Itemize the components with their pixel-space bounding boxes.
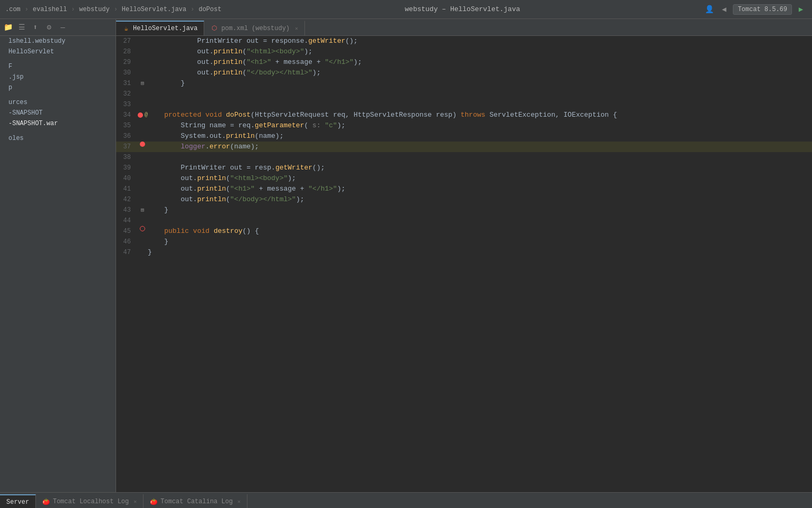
breadcrumb-helloservlet[interactable]: HelloServlet.java: [122, 6, 186, 13]
editor-tab-bar: 📁 ☰ ⬆ ⚙ — ☕ HelloServlet.java ⬡ pom.xml …: [0, 19, 812, 36]
line-num-40: 40: [116, 173, 137, 184]
code-46: }: [148, 237, 812, 247]
line-num-41: 41: [116, 184, 137, 194]
code-line-33: 33: [116, 99, 812, 110]
breadcrumb-com[interactable]: .com: [5, 6, 21, 13]
close-panel-icon[interactable]: —: [57, 22, 69, 33]
code-line-35: 35 String name = req.getParameter( s: "c…: [116, 120, 812, 131]
code-content: 27 PrintWriter out = response.getWriter(…: [116, 36, 812, 258]
code-line-34: 34 @ protected void doPost(HttpServletRe…: [116, 110, 812, 120]
tab-helloservlet-label: HelloServlet.java: [133, 25, 197, 32]
code-line-46: 46 }: [116, 237, 812, 247]
gutter-31: ⊞: [137, 78, 148, 89]
line-num-34: 34: [116, 110, 137, 120]
project-icon[interactable]: 📁: [2, 22, 14, 33]
code-line-37: 37 logger.error(name);: [116, 142, 812, 152]
code-line-30: 30 out.println("</body></html>");: [116, 68, 812, 78]
sidebar-item-urces[interactable]: urces: [0, 97, 116, 108]
line-num-42: 42: [116, 194, 137, 205]
code-line-29: 29 out.println("<h1>" + message + "</h1>…: [116, 57, 812, 68]
line-num-47: 47: [116, 247, 137, 258]
code-42: out.println("</body></html>");: [148, 194, 812, 205]
tab-helloservlet[interactable]: ☕ HelloServlet.java: [116, 21, 204, 35]
line-num-44: 44: [116, 215, 137, 226]
sidebar: lshell.webstudy HelloServlet F .jsp p ur…: [0, 36, 116, 492]
line-num-30: 30: [116, 68, 137, 78]
line-num-33: 33: [116, 99, 137, 110]
collapse-icon[interactable]: ☰: [16, 22, 27, 33]
code-line-28: 28 out.println("<html><body>");: [116, 46, 812, 57]
code-line-47: 47 }: [116, 247, 812, 258]
line-num-46: 46: [116, 237, 137, 247]
code-43: }: [148, 205, 812, 215]
sidebar-item-helloservlet[interactable]: HelloServlet: [0, 46, 116, 57]
gutter-45: [137, 226, 148, 231]
bottom-panel: Server 🍅 Tomcat Localhost Log ✕ 🍅 Tomcat…: [0, 492, 812, 508]
code-41: out.println("<h1>" + message + "</h1>");: [148, 184, 812, 194]
code-31: }: [148, 78, 812, 89]
code-35: String name = req.getParameter( s: "c");: [148, 120, 812, 131]
code-27: PrintWriter out = response.getWriter();: [148, 36, 812, 46]
sidebar-item-snapshot[interactable]: -SNAPSHOT: [0, 108, 116, 118]
code-37: logger.error(name);: [148, 142, 812, 152]
tab-server[interactable]: Server: [0, 494, 36, 508]
line-num-28: 28: [116, 46, 137, 57]
code-editor: 27 PrintWriter out = response.getWriter(…: [116, 36, 812, 492]
code-29: out.println("<h1>" + message + "</h1>");: [148, 57, 812, 68]
line-num-29: 29: [116, 57, 137, 68]
user-icon[interactable]: 👤: [703, 4, 715, 15]
code-line-27: 27 PrintWriter out = response.getWriter(…: [116, 36, 812, 46]
settings-icon[interactable]: ⚙: [43, 22, 55, 33]
tab-tomcat-catalina-close[interactable]: ✕: [237, 498, 241, 505]
code-line-41: 41 out.println("<h1>" + message + "</h1>…: [116, 184, 812, 194]
code-47: }: [148, 247, 812, 258]
code-line-38: 38: [116, 152, 812, 163]
gutter-37: [137, 142, 148, 147]
expand-icon[interactable]: ⬆: [30, 22, 41, 33]
line-num-27: 27: [116, 36, 137, 46]
tab-tomcat-localhost-label: Tomcat Localhost Log: [53, 498, 129, 505]
sidebar-item-oles[interactable]: oles: [0, 133, 116, 144]
code-line-44: 44: [116, 215, 812, 226]
breadcrumb-evalshell[interactable]: evalshell: [33, 6, 67, 13]
sidebar-item-package[interactable]: lshell.webstudy: [0, 36, 116, 46]
sidebar-item-jsp[interactable]: .jsp: [0, 72, 116, 82]
sidebar-item-snapshot-war[interactable]: -SNAPSHOT.war: [0, 118, 116, 129]
java-file-icon: ☕: [122, 25, 130, 32]
sidebar-item-f[interactable]: F: [0, 61, 116, 72]
tab-pomxml[interactable]: ⬡ pom.xml (webstudy) ✕: [204, 21, 305, 35]
breadcrumb-dopost[interactable]: doPost: [198, 6, 221, 13]
code-34: protected void doPost(HttpServletRequest…: [148, 110, 812, 120]
xml-file-icon: ⬡: [211, 25, 218, 32]
tab-tomcat-localhost-close[interactable]: ✕: [133, 498, 137, 505]
breadcrumb: .com › evalshell › webstudy › HelloServl…: [5, 6, 222, 13]
tab-tomcat-catalina-label: Tomcat Catalina Log: [160, 498, 233, 505]
line-num-39: 39: [116, 163, 137, 173]
tab-tomcat-localhost[interactable]: 🍅 Tomcat Localhost Log ✕: [36, 494, 144, 508]
line-num-31: 31: [116, 78, 137, 89]
back-icon[interactable]: ◀: [718, 4, 730, 15]
gutter-34: @: [137, 110, 148, 120]
titlebar-actions: 👤 ◀ Tomcat 8.5.69 ▶: [703, 4, 807, 15]
tab-pomxml-close[interactable]: ✕: [295, 25, 298, 32]
code-39: PrintWriter out = resp.getWriter();: [148, 163, 812, 173]
tab-tomcat-catalina[interactable]: 🍅 Tomcat Catalina Log ✕: [144, 494, 247, 508]
tab-server-label: Server: [6, 498, 29, 506]
run-config[interactable]: Tomcat 8.5.69: [733, 4, 792, 15]
line-num-45: 45: [116, 226, 137, 237]
code-28: out.println("<html><body>");: [148, 46, 812, 57]
code-36: System.out.println(name);: [148, 131, 812, 142]
line-num-35: 35: [116, 120, 137, 131]
sidebar-item-p[interactable]: p: [0, 82, 116, 93]
code-line-36: 36 System.out.println(name);: [116, 131, 812, 142]
code-line-32: 32: [116, 89, 812, 99]
line-num-36: 36: [116, 131, 137, 142]
code-40: out.println("<html><body>");: [148, 173, 812, 184]
code-line-31: 31 ⊞ }: [116, 78, 812, 89]
line-num-32: 32: [116, 89, 137, 99]
code-line-39: 39 PrintWriter out = resp.getWriter();: [116, 163, 812, 173]
gutter-43: ⊞: [137, 205, 148, 215]
line-num-43: 43: [116, 205, 137, 215]
breadcrumb-webstudy[interactable]: webstudy: [79, 6, 110, 13]
run-icon[interactable]: ▶: [795, 4, 807, 15]
